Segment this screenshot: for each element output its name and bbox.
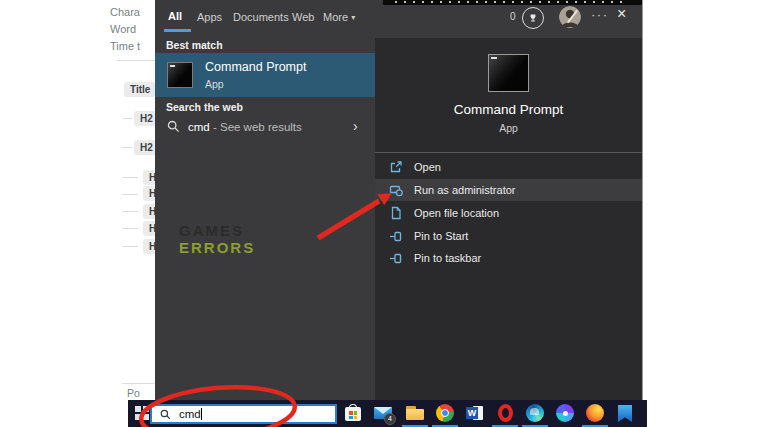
- search-icon: [167, 120, 180, 133]
- web-search-result[interactable]: cmd - See web results ›: [155, 114, 375, 141]
- active-tab-indicator: [164, 29, 191, 32]
- trophy-glyph: [527, 12, 539, 24]
- best-match-heading: Best match: [166, 39, 223, 51]
- avatar-image: [559, 6, 581, 28]
- watermark-bottom: ERRORS: [179, 239, 255, 256]
- user-avatar[interactable]: [559, 6, 581, 28]
- meta-label-words: Word: [110, 23, 136, 35]
- action-label: Open: [414, 161, 441, 173]
- screenshot-root: Chara Word Time t Title H2 H2 H3 H3 H3 H…: [0, 0, 768, 427]
- action-label: Pin to Start: [414, 230, 468, 242]
- cropped-text-fragments: [395, 1, 625, 3]
- opera-icon[interactable]: [495, 403, 515, 423]
- outline-chip-title[interactable]: Title: [124, 82, 156, 97]
- action-label: Pin to taskbar: [414, 252, 481, 264]
- action-open[interactable]: Open: [375, 156, 642, 178]
- web-query-suffix: - See web results: [213, 121, 302, 133]
- mail-icon[interactable]: 4: [373, 403, 393, 423]
- preview-subtitle: App: [375, 122, 642, 134]
- tab-more-label: More: [323, 11, 348, 23]
- games-errors-watermark: GAMES ERRORS: [179, 222, 255, 256]
- file-explorer-icon[interactable]: [405, 403, 425, 423]
- chevron-down-icon: ▾: [351, 13, 355, 22]
- edge-icon[interactable]: [525, 403, 545, 423]
- action-pin-to-start[interactable]: Pin to Start: [375, 225, 642, 247]
- tab-more[interactable]: More ▾: [323, 11, 355, 23]
- command-prompt-icon: [167, 62, 193, 88]
- action-open-file-location[interactable]: Open file location: [375, 202, 642, 224]
- close-icon[interactable]: ×: [617, 5, 626, 23]
- search-web-heading: Search the web: [166, 101, 243, 113]
- cropped-page-strip: [383, 0, 642, 5]
- open-icon: [389, 160, 403, 175]
- red-arrow-annotation: [305, 183, 405, 245]
- rewards-points-count: 0: [510, 11, 516, 22]
- meta-label-time: Time t: [110, 40, 140, 52]
- outline-connector: [122, 211, 138, 212]
- action-run-as-administrator[interactable]: Run as administrator: [375, 179, 642, 201]
- outline-connector: [121, 147, 132, 148]
- outline-connector: [123, 118, 132, 119]
- outline-connector: [122, 194, 138, 195]
- tab-apps[interactable]: Apps: [197, 11, 222, 23]
- tab-all[interactable]: All: [168, 10, 182, 22]
- outline-connector: [122, 177, 138, 178]
- chrome-icon[interactable]: [435, 403, 455, 423]
- result-subtitle: App: [205, 78, 224, 90]
- command-prompt-icon-large: [488, 54, 529, 92]
- divider: [375, 152, 642, 153]
- action-pin-to-taskbar[interactable]: Pin to taskbar: [375, 247, 642, 269]
- outline-connector: [122, 228, 138, 229]
- best-match-result[interactable]: Command Prompt App: [155, 53, 375, 97]
- red-ellipse-annotation: [130, 382, 310, 427]
- meta-label-characters: Chara: [110, 6, 140, 18]
- result-title: Command Prompt: [205, 60, 306, 74]
- word-letter: W: [466, 407, 478, 419]
- web-query: cmd: [188, 121, 210, 133]
- tab-web[interactable]: Web: [292, 11, 314, 23]
- outline-connector: [122, 246, 138, 247]
- microsoft-store-icon[interactable]: [343, 403, 363, 423]
- more-options-icon[interactable]: ···: [591, 7, 609, 22]
- action-label: Open file location: [414, 207, 499, 219]
- mail-badge: 4: [384, 413, 396, 425]
- action-label: Run as administrator: [414, 184, 516, 196]
- pin-icon: [389, 251, 403, 266]
- firefox-icon[interactable]: [585, 403, 605, 423]
- trophy-icon[interactable]: [522, 7, 544, 29]
- bookmark-icon[interactable]: [615, 403, 635, 423]
- preview-pane: Command Prompt App Open Run as administr…: [375, 38, 642, 400]
- preview-title: Command Prompt: [375, 102, 642, 117]
- word-icon[interactable]: W: [465, 403, 485, 423]
- watermark-top: GAMES: [179, 222, 255, 239]
- photos-icon[interactable]: [555, 403, 575, 423]
- tab-documents[interactable]: Documents: [233, 11, 289, 23]
- chevron-right-icon[interactable]: ›: [353, 118, 358, 134]
